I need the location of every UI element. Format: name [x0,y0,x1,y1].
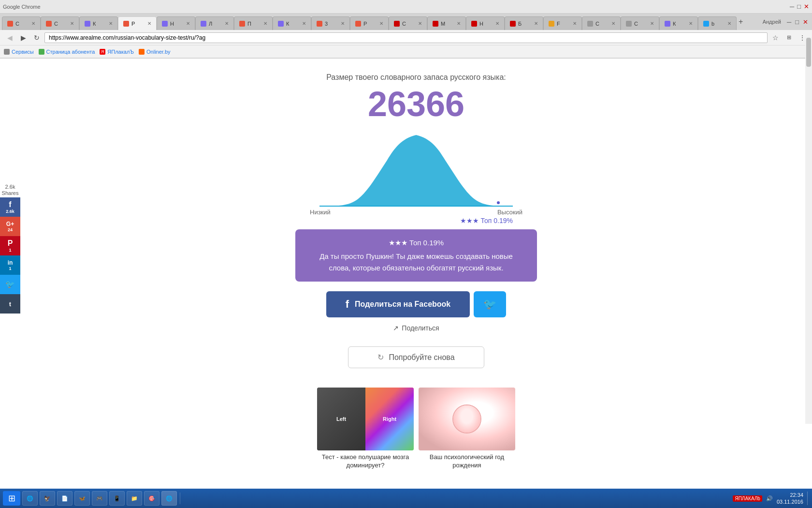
share-link-label: Поделиться [402,324,439,332]
window-maximize[interactable]: □ [797,3,801,10]
pinterest-share-sidebar[interactable]: P 1 [0,236,20,255]
browser-title: Google Chrome [3,4,41,10]
tab-14[interactable]: Б ✕ [505,16,543,30]
scrollbar-thumb[interactable] [806,38,811,67]
tab-active[interactable]: Р ✕ [118,16,157,30]
refresh-icon: ↻ [377,353,384,362]
linkedin-count: 1 [9,266,11,271]
facebook-share-button[interactable]: f Поделиться на Facebook [326,291,470,317]
bookmark-2[interactable]: Я ЯПлакалЪ [100,49,134,55]
tab-19[interactable]: b ✕ [698,16,737,30]
page-body: Размер твоего словарного запаса русского… [199,59,634,484]
card-1[interactable]: Left Right Тест - какое полушарие мозга … [317,388,414,470]
bookmarks-bar: Сервисы Страница абонента Я ЯПлакалЪ Onl… [0,45,812,58]
restore-btn[interactable]: □ [793,18,801,26]
facebook-btn-icon: f [346,298,349,311]
try-again-label: Попробуйте снова [389,353,454,362]
tumblr-icon: t [9,301,11,307]
tab-10[interactable]: Р ✕ [350,16,389,30]
browser-chrome: Google Chrome ─ □ ✕ С ✕ С ✕ К ✕ Р ✕ Н [0,0,812,59]
user-name: Андрей [759,19,785,25]
social-sidebar: 2.6k Shares f 2.6k G+ 24 P 1 in 1 🐦 t [0,184,20,314]
bookmark-1[interactable]: Страница абонента [39,49,95,55]
share-icon: ↗ [393,324,399,332]
tab-18[interactable]: К ✕ [659,16,698,30]
high-label: Высокий [497,209,522,216]
share-buttons: f Поделиться на Facebook 🐦 [208,291,624,317]
extensions-button[interactable]: ⊞ [783,32,795,44]
tab-5[interactable]: Н ✕ [157,16,195,30]
bookmark-1-label: Страница абонента [46,49,95,55]
try-again-button[interactable]: ↻ Попробуйте снова [348,346,484,368]
nav-bar: ◀ ▶ ↻ https://www.arealme.com/russian-vo… [0,30,812,45]
main-content: Размер твоего словарного запаса русского… [20,59,812,484]
tab-1[interactable]: С ✕ [2,16,41,30]
apps-label: Сервисы [12,49,34,55]
twitter-icon: 🐦 [5,281,15,288]
facebook-count: 2.6k [6,209,14,214]
twitter-share-sidebar[interactable]: 🐦 [0,275,20,294]
minimize-btn[interactable]: ─ [785,18,793,26]
tab-11[interactable]: С ✕ [389,16,427,30]
card-1-image: Left Right [317,388,414,450]
googleplus-share-sidebar[interactable]: G+ 24 [0,217,20,236]
svg-point-1 [497,201,500,204]
tabs-bar: С ✕ С ✕ К ✕ Р ✕ Н ✕ Л ✕ П [0,14,812,30]
tab-13[interactable]: Н ✕ [466,16,505,30]
window-minimize[interactable]: ─ [790,3,794,10]
bookmark-3-label: Onliner.by [146,49,171,55]
forward-button[interactable]: ▶ [17,32,29,44]
back-button[interactable]: ◀ [4,32,15,44]
tab-7[interactable]: П ✕ [234,16,273,30]
new-tab-button[interactable]: + [739,17,743,26]
result-box: ★★★ Топ 0.19% Да ты просто Пушкин! Ты да… [295,229,537,282]
vocab-number: 26366 [208,87,624,121]
tab-3[interactable]: К ✕ [79,16,118,30]
share-label: Shares [0,190,20,196]
chart-labels: Низкий Высокий [310,209,522,216]
tab-2[interactable]: С ✕ [41,16,79,30]
close-btn[interactable]: ✕ [801,18,810,26]
tab-15[interactable]: F ✕ [543,16,582,30]
result-top-line: ★★★ Топ 0.19% [310,237,522,249]
low-label: Низкий [310,209,331,216]
tab-12[interactable]: М ✕ [427,16,466,30]
chart-container: Низкий Высокий ★★★ Топ 0.19% [310,131,522,224]
card-2[interactable]: Ваш психологический год рождения [419,388,515,470]
title-bar: Google Chrome ─ □ ✕ [0,0,812,14]
bell-curve-chart [310,131,522,209]
result-description: Да ты просто Пушкин! Ты даже можешь созд… [310,251,522,274]
top-label: ★★★ Топ 0.19% [310,217,522,224]
twitter-share-button[interactable]: 🐦 [474,291,506,317]
facebook-share-sidebar[interactable]: f 2.6k [0,197,20,217]
share-number: 2.6k [0,184,20,190]
pinterest-icon: P [8,239,13,247]
card-2-label: Ваш психологический год рождения [419,453,515,470]
tab-16[interactable]: С ✕ [582,16,621,30]
reload-button[interactable]: ↻ [31,32,43,44]
linkedin-share-sidebar[interactable]: in 1 [0,255,20,275]
googleplus-icon: G+ [6,221,14,227]
card-2-image [419,388,515,450]
pinterest-count: 1 [9,248,11,253]
tab-8[interactable]: К ✕ [273,16,311,30]
scrollbar[interactable] [805,37,812,424]
vocab-label: Размер твоего словарного запаса русского… [208,73,624,82]
window-close[interactable]: ✕ [804,3,809,10]
bookmark-button[interactable]: ☆ [769,32,781,44]
bottom-cards: Left Right Тест - какое полушарие мозга … [208,388,624,470]
share-link[interactable]: ↗ Поделиться [208,324,624,332]
apps-bookmark[interactable]: Сервисы [4,49,34,55]
tumblr-share-sidebar[interactable]: t [0,294,20,314]
googleplus-count: 24 [8,227,13,232]
tab-17[interactable]: С ✕ [621,16,659,30]
facebook-icon: f [9,201,11,209]
bookmark-3[interactable]: Onliner.by [139,49,171,55]
tab-9[interactable]: 3 ✕ [311,16,350,30]
facebook-share-label: Поделиться на Facebook [355,300,450,309]
share-count-display: 2.6k Shares [0,184,20,196]
tab-6[interactable]: Л ✕ [195,16,234,30]
address-bar[interactable]: https://www.arealme.com/russian-vocabula… [44,32,768,43]
linkedin-icon: in [8,260,13,266]
card-left-brain-image: Left Right [317,388,414,450]
